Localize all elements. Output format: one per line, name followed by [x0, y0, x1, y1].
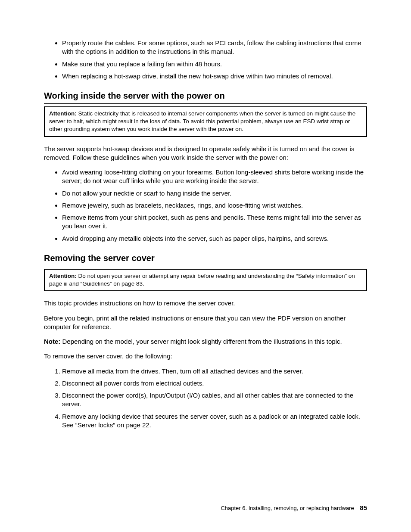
note-paragraph: Note: Depending on the model, your serve…	[44, 337, 367, 346]
list-item: Remove all media from the drives. Then, …	[62, 367, 367, 376]
guidelines-bullet-list: Avoid wearing loose-fitting clothing on …	[44, 168, 367, 243]
note-text: Depending on the model, your server migh…	[60, 338, 342, 345]
list-item: Remove items from your shirt pocket, suc…	[62, 213, 367, 231]
list-item: Remove any locking device that secures t…	[62, 412, 367, 430]
section-heading-working-inside: Working inside the server with the power…	[44, 90, 367, 104]
body-paragraph: The server supports hot-swap devices and…	[44, 145, 367, 162]
note-label: Note:	[44, 338, 60, 345]
list-item: Avoid wearing loose-fitting clothing on …	[62, 168, 367, 186]
page-footer: Chapter 6. Installing, removing, or repl…	[221, 504, 367, 512]
body-paragraph: This topic provides instructions on how …	[44, 299, 367, 308]
intro-bullet-list: Properly route the cables. For some opti…	[44, 39, 367, 81]
body-paragraph: Before you begin, print all the related …	[44, 314, 367, 332]
footer-chapter: Chapter 6. Installing, removing, or repl…	[221, 505, 354, 511]
list-item: When replacing a hot-swap drive, install…	[62, 72, 367, 81]
list-item: Remove jewelry, such as bracelets, neckl…	[62, 201, 367, 210]
list-item: Disconnect the power cord(s), Input/Outp…	[62, 391, 367, 409]
attention-label: Attention:	[49, 110, 77, 117]
list-item: Disconnect all power cords from electric…	[62, 379, 367, 388]
attention-text: Static electricity that is released to i…	[49, 110, 355, 132]
attention-text: Do not open your server or attempt any r…	[49, 273, 355, 287]
attention-box: Attention: Static electricity that is re…	[44, 106, 367, 137]
list-item: Properly route the cables. For some opti…	[62, 39, 367, 56]
section-heading-removing-cover: Removing the server cover	[44, 252, 367, 266]
attention-label: Attention:	[49, 273, 77, 279]
list-item: Do not allow your necktie or scarf to ha…	[62, 189, 367, 198]
document-page: Properly route the cables. For some opti…	[0, 0, 411, 532]
list-item: Make sure that you replace a failing fan…	[62, 60, 367, 68]
footer-page-number: 85	[360, 504, 367, 511]
steps-ordered-list: Remove all media from the drives. Then, …	[44, 367, 367, 430]
list-item: Avoid dropping any metallic objects into…	[62, 234, 367, 243]
attention-box: Attention: Do not open your server or at…	[44, 269, 367, 291]
body-paragraph: To remove the server cover, do the follo…	[44, 352, 367, 361]
